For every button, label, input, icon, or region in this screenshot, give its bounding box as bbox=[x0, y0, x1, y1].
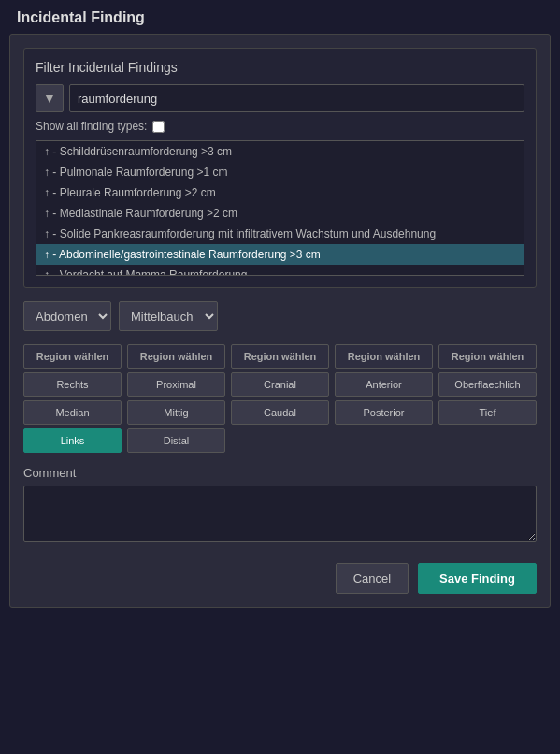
region-option-btn[interactable]: Anterior bbox=[335, 372, 433, 397]
filter-box: Filter Incidental Findings ▼ Show all fi… bbox=[23, 48, 537, 288]
show-all-row: Show all finding types: bbox=[36, 120, 524, 133]
save-finding-button[interactable]: Save Finding bbox=[418, 563, 537, 594]
region-option-btn[interactable]: Rechts bbox=[23, 372, 122, 397]
region-header-btn[interactable]: Region wählen bbox=[335, 344, 433, 369]
filter-title: Filter Incidental Findings bbox=[36, 60, 524, 75]
region-column: Region wählenCranialCaudal bbox=[231, 344, 329, 453]
list-item[interactable]: ↑ - Solide Pankreasraumforderung mit inf… bbox=[36, 224, 524, 244]
location1-dropdown[interactable]: AbdomenThoraxKopfBecken bbox=[23, 301, 111, 331]
region-option-btn[interactable]: Mittig bbox=[127, 400, 225, 425]
buttons-row: Cancel Save Finding bbox=[23, 558, 537, 594]
list-item[interactable]: ↑ - Schilddrüsenraumforderung >3 cm bbox=[36, 141, 524, 162]
comment-textarea[interactable] bbox=[23, 486, 537, 542]
region-option-btn[interactable]: Median bbox=[23, 400, 122, 425]
list-item[interactable]: ↑ - Verdacht auf Mamma Raumforderung bbox=[36, 265, 524, 276]
region-header-btn[interactable]: Region wählen bbox=[438, 344, 537, 369]
region-column: Region wählenRechtsMedianLinks bbox=[23, 344, 122, 453]
region-column: Region wählenAnteriorPosterior bbox=[335, 344, 433, 453]
region-grid: Region wählenRechtsMedianLinksRegion wäh… bbox=[23, 344, 537, 453]
region-column: Region wählenProximalMittigDistal bbox=[127, 344, 225, 453]
search-row: ▼ bbox=[36, 84, 524, 112]
list-item[interactable]: ↑ - Pleurale Raumforderung >2 cm bbox=[36, 182, 524, 203]
comment-section: Comment bbox=[23, 466, 537, 544]
main-panel: Filter Incidental Findings ▼ Show all fi… bbox=[9, 34, 551, 608]
findings-list[interactable]: ↑ - Schilddrüsenraumforderung >3 cm↑ - P… bbox=[36, 140, 524, 276]
show-all-label: Show all finding types: bbox=[36, 120, 147, 133]
region-header-btn[interactable]: Region wählen bbox=[127, 344, 225, 369]
region-header-btn[interactable]: Region wählen bbox=[231, 344, 329, 369]
list-item[interactable]: ↑ - Mediastinale Raumforderung >2 cm bbox=[36, 203, 524, 224]
region-option-btn[interactable]: Distal bbox=[127, 428, 225, 453]
cancel-button[interactable]: Cancel bbox=[336, 563, 409, 594]
list-item[interactable]: ↑ - Abdominelle/gastrointestinale Raumfo… bbox=[36, 244, 524, 265]
region-option-btn[interactable]: Posterior bbox=[335, 400, 433, 425]
region-column: Region wählenOberflaechlichTief bbox=[438, 344, 537, 453]
filter-icon: ▼ bbox=[36, 84, 64, 112]
region-option-btn[interactable]: Tief bbox=[438, 400, 537, 425]
region-option-btn[interactable]: Cranial bbox=[231, 372, 329, 397]
location2-dropdown[interactable]: MittelbauchOberbauchUnterbauch bbox=[119, 301, 218, 331]
region-header-btn[interactable]: Region wählen bbox=[23, 344, 122, 369]
comment-label: Comment bbox=[23, 466, 537, 480]
page-title: Incidental Finding bbox=[0, 0, 560, 34]
region-option-btn[interactable]: Proximal bbox=[127, 372, 225, 397]
region-option-btn[interactable]: Oberflaechlich bbox=[438, 372, 537, 397]
search-input[interactable] bbox=[69, 84, 524, 112]
dropdowns-row: AbdomenThoraxKopfBecken MittelbauchOberb… bbox=[23, 301, 537, 331]
list-item[interactable]: ↑ - Pulmonale Raumforderung >1 cm bbox=[36, 162, 524, 182]
region-option-btn[interactable]: Links bbox=[23, 428, 122, 453]
region-option-btn[interactable]: Caudal bbox=[231, 400, 329, 425]
show-all-checkbox[interactable] bbox=[152, 121, 165, 133]
